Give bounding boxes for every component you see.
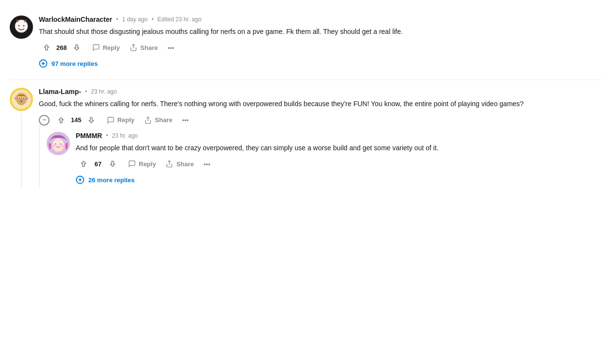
share-btn-2[interactable]: Share xyxy=(140,114,176,126)
thread-line-2 xyxy=(21,113,22,188)
more-btn-2[interactable]: ••• xyxy=(178,114,193,126)
share-btn-r1[interactable]: Share xyxy=(162,158,198,170)
reply-1-text: And for people that don't want to be cra… xyxy=(76,142,603,153)
more-btn-r1[interactable]: ••• xyxy=(200,158,215,170)
meta-dot-1: • xyxy=(116,16,118,23)
timestamp-1: 1 day ago xyxy=(122,16,148,23)
meta-dot-1b: • xyxy=(151,16,153,23)
avatar-llama xyxy=(10,88,33,111)
svg-point-21 xyxy=(25,97,28,100)
share-label-1: Share xyxy=(140,44,158,51)
downvote-btn-r1[interactable] xyxy=(105,158,120,170)
more-icon-2: ••• xyxy=(182,116,189,124)
vote-count-1: 268 xyxy=(56,44,67,51)
comment-1-body: WarlockMainCharacter • 1 day ago • Edite… xyxy=(39,16,603,72)
username-warlock: WarlockMainCharacter xyxy=(39,16,112,23)
svg-point-31 xyxy=(53,144,55,147)
edited-tag-1: Edited 23 hr. ago xyxy=(157,16,201,23)
timestamp-r1: 23 hr. ago xyxy=(112,132,138,139)
comment-2-header: Llama-Lamp- • 23 hr. ago xyxy=(39,88,603,95)
svg-point-17 xyxy=(19,97,20,98)
comment-1: WarlockMainCharacter • 1 day ago • Edite… xyxy=(10,12,603,76)
svg-point-19 xyxy=(20,99,23,101)
divider-1 xyxy=(10,79,603,80)
vote-area-1: 268 xyxy=(39,42,84,53)
username-llama: Llama-Lamp- xyxy=(39,88,81,95)
svg-point-1 xyxy=(15,20,28,32)
reply-1-body: PMMMR • 23 hr. ago And for people that d… xyxy=(76,132,603,188)
downvote-btn-1[interactable] xyxy=(69,42,84,53)
share-btn-1[interactable]: Share xyxy=(126,42,162,53)
more-replies-r1[interactable]: 26 more replies xyxy=(76,174,603,186)
vote-area-r1: 67 xyxy=(76,158,120,170)
reply-btn-1[interactable]: Reply xyxy=(88,42,124,53)
svg-point-6 xyxy=(18,25,20,27)
comment-1-text: That should shut those disgusting jealou… xyxy=(39,26,603,37)
upvote-btn-1[interactable] xyxy=(39,42,54,53)
vote-count-2: 145 xyxy=(71,116,82,124)
more-icon-1: ••• xyxy=(167,44,174,51)
more-icon-r1: ••• xyxy=(204,160,211,168)
vote-area-2: 145 xyxy=(53,114,99,126)
share-label-r1: Share xyxy=(176,160,194,168)
more-replies-label-1: 97 more replies xyxy=(51,60,98,67)
comment-2-body: Llama-Lamp- • 23 hr. ago Good, fuck the … xyxy=(39,88,603,188)
vote-count-r1: 67 xyxy=(93,160,103,168)
reply-1-header: PMMMR • 23 hr. ago xyxy=(76,132,603,140)
comment-2-text: Good, fuck the whiners calling for nerfs… xyxy=(39,98,603,109)
reply-label-1: Reply xyxy=(103,44,120,51)
comment-2-actions: − 145 xyxy=(39,114,603,126)
more-replies-label-r1: 26 more replies xyxy=(88,176,134,184)
comment-1-actions: 268 Reply xyxy=(39,42,603,53)
expand-icon-r1 xyxy=(76,175,84,184)
reply-btn-r1[interactable]: Reply xyxy=(124,158,160,170)
svg-point-29 xyxy=(56,143,56,143)
more-btn-1[interactable]: ••• xyxy=(164,42,178,53)
meta-dot-2: • xyxy=(85,88,87,95)
reply-label-2: Reply xyxy=(117,116,134,124)
reply-1-actions: 67 Reply xyxy=(76,158,603,170)
svg-point-20 xyxy=(15,97,17,100)
expand-icon-1 xyxy=(39,59,48,68)
upvote-btn-2[interactable] xyxy=(53,114,69,126)
svg-point-30 xyxy=(61,143,61,143)
reply-btn-2[interactable]: Reply xyxy=(103,114,138,126)
thread-line-reply xyxy=(39,126,40,188)
reply-label-r1: Reply xyxy=(139,160,156,168)
comment-2-wrapper: Llama-Lamp- • 23 hr. ago Good, fuck the … xyxy=(10,84,603,192)
share-label-2: Share xyxy=(155,116,172,124)
avatar-warlock xyxy=(10,16,33,39)
timestamp-2: 23 hr. ago xyxy=(91,88,116,95)
collapse-area xyxy=(10,88,33,188)
svg-point-7 xyxy=(23,25,25,27)
username-pmmmr: PMMMR xyxy=(76,132,102,140)
minus-icon-2: − xyxy=(42,116,46,123)
collapse-btn-2[interactable]: − xyxy=(39,115,50,126)
comment-thread: WarlockMainCharacter • 1 day ago • Edite… xyxy=(10,8,603,196)
svg-point-18 xyxy=(23,97,24,98)
more-replies-1[interactable]: 97 more replies xyxy=(39,57,603,70)
reply-1: PMMMR • 23 hr. ago And for people that d… xyxy=(39,126,603,188)
meta-dot-r1: • xyxy=(106,132,108,139)
avatar-pmmmr xyxy=(47,132,70,155)
upvote-btn-r1[interactable] xyxy=(76,158,91,170)
svg-point-32 xyxy=(61,144,64,147)
downvote-btn-2[interactable] xyxy=(83,114,99,126)
comment-1-header: WarlockMainCharacter • 1 day ago • Edite… xyxy=(39,16,603,23)
